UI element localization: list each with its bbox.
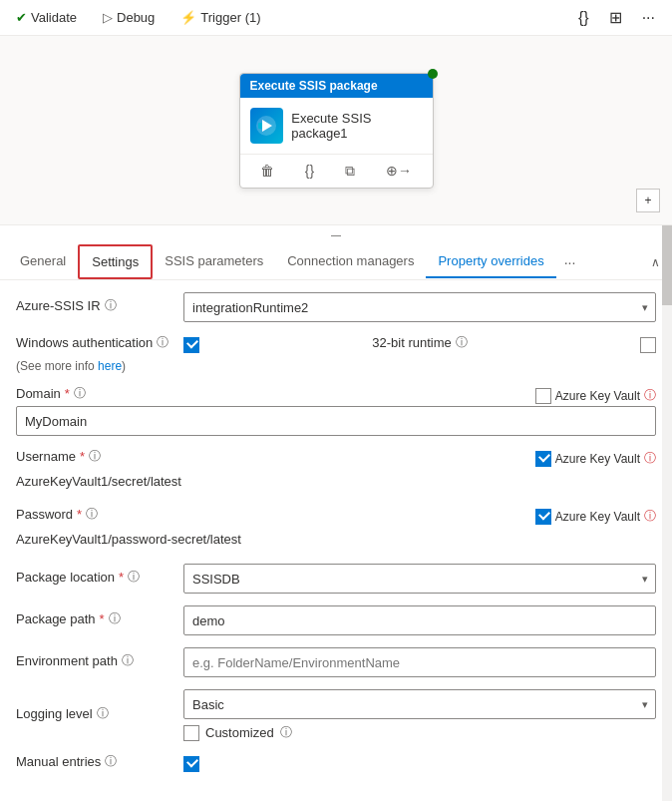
- activity-card-actions: 🗑 {} ⧉ ⊕→: [240, 154, 433, 188]
- customized-info-icon[interactable]: ⓘ: [280, 724, 292, 741]
- password-vault-checkbox[interactable]: [535, 509, 551, 525]
- activity-status-indicator: [428, 69, 438, 79]
- logging-level-controls: Basic None Verbose Performance ▾ Customi…: [183, 689, 656, 741]
- logging-level-select[interactable]: Basic None Verbose Performance: [183, 689, 656, 719]
- username-vault-info-icon[interactable]: ⓘ: [644, 450, 656, 467]
- manual-entries-label: Manual entries ⓘ: [16, 753, 175, 770]
- azure-ssis-ir-row: Azure-SSIS IR ⓘ integrationRuntime2 ▾: [16, 292, 656, 322]
- username-vault-checkbox[interactable]: [535, 451, 551, 467]
- scrollbar-thumb[interactable]: [662, 225, 672, 305]
- monitor-button[interactable]: ⊞: [604, 6, 627, 29]
- validate-button[interactable]: ✔ Validate: [12, 8, 81, 27]
- manual-entries-info-icon[interactable]: ⓘ: [105, 753, 117, 770]
- azure-ssis-ir-info-icon[interactable]: ⓘ: [105, 297, 117, 314]
- logging-level-label: Logging level ⓘ: [16, 705, 175, 722]
- activity-icon: [250, 108, 284, 144]
- password-required: *: [77, 507, 82, 522]
- activity-type-label: Execute SSIS package: [250, 79, 378, 93]
- tab-general-label: General: [20, 253, 66, 268]
- tabs-more-button[interactable]: ···: [556, 250, 584, 274]
- tab-connection-managers[interactable]: Connection managers: [275, 245, 426, 278]
- domain-row: Domain * ⓘ Azure Key Vault ⓘ: [16, 385, 656, 436]
- more-options-button[interactable]: ···: [637, 7, 660, 29]
- tab-ssis-parameters-label: SSIS parameters: [165, 253, 263, 268]
- windows-auth-section: Windows authentication ⓘ 32-bit runtime …: [16, 334, 656, 373]
- password-info-icon[interactable]: ⓘ: [86, 506, 98, 523]
- scrollbar-track: [662, 225, 672, 801]
- runtime-32bit-label: 32-bit runtime ⓘ: [207, 334, 632, 351]
- tab-general[interactable]: General: [8, 245, 78, 278]
- password-value: AzureKeyVault1/password-secret/latest: [16, 527, 656, 552]
- customized-checkbox[interactable]: [183, 725, 199, 741]
- zoom-in-button[interactable]: +: [636, 189, 660, 212]
- username-value: AzureKeyVault1/secret/latest: [16, 469, 656, 494]
- domain-vault-wrap: Azure Key Vault ⓘ: [535, 387, 656, 404]
- package-location-row: Package location * ⓘ SSISDB File System …: [16, 564, 656, 594]
- activity-card[interactable]: Execute SSIS package Execute SSIS packag…: [239, 73, 434, 189]
- azure-ssis-ir-select[interactable]: integrationRuntime2: [183, 292, 656, 322]
- environment-path-info-icon[interactable]: ⓘ: [122, 652, 134, 669]
- validate-icon: ✔: [16, 10, 27, 25]
- package-path-required: *: [100, 611, 105, 626]
- see-more-text: (See more info here): [16, 359, 656, 373]
- package-location-required: *: [119, 570, 124, 585]
- trigger-label: Trigger (1): [200, 10, 260, 25]
- customized-label: Customized: [205, 725, 274, 740]
- tab-connection-managers-label: Connection managers: [287, 253, 414, 268]
- activity-name-label: Execute SSIS package1: [291, 111, 422, 141]
- activity-card-container: Execute SSIS package Execute SSIS packag…: [239, 73, 434, 189]
- logging-level-info-icon[interactable]: ⓘ: [97, 705, 109, 722]
- package-path-label: Package path * ⓘ: [16, 610, 175, 627]
- tab-settings[interactable]: Settings: [78, 244, 153, 279]
- password-vault-info-icon[interactable]: ⓘ: [644, 508, 656, 525]
- package-location-select-wrap: SSISDB File System Embedded Package ▾: [183, 564, 656, 594]
- package-location-info-icon[interactable]: ⓘ: [128, 569, 140, 586]
- username-info-icon[interactable]: ⓘ: [89, 448, 101, 465]
- windows-auth-row: Windows authentication ⓘ 32-bit runtime …: [16, 334, 656, 355]
- tabs-bar: General Settings SSIS parameters Connect…: [0, 244, 672, 280]
- environment-path-label: Environment path ⓘ: [16, 652, 175, 669]
- see-more-link[interactable]: here: [98, 359, 122, 373]
- domain-info-icon[interactable]: ⓘ: [74, 385, 86, 402]
- domain-required: *: [65, 386, 70, 401]
- debug-button[interactable]: ▷ Debug: [99, 8, 159, 27]
- arrow-icon[interactable]: ⊕→: [380, 160, 418, 182]
- domain-vault-checkbox[interactable]: [535, 388, 551, 404]
- package-path-row: Package path * ⓘ: [16, 605, 656, 635]
- windows-auth-info-icon[interactable]: ⓘ: [157, 334, 168, 351]
- azure-ssis-ir-label: Azure-SSIS IR ⓘ: [16, 297, 175, 314]
- params-icon[interactable]: {}: [299, 160, 320, 182]
- manual-entries-checkbox[interactable]: [183, 756, 199, 772]
- environment-path-input[interactable]: [183, 647, 656, 677]
- windows-auth-checkbox[interactable]: [183, 337, 199, 353]
- delete-icon[interactable]: 🗑: [254, 160, 280, 182]
- trigger-icon: ⚡: [180, 10, 196, 25]
- domain-label: Domain * ⓘ: [16, 385, 527, 402]
- customized-row: Customized ⓘ: [183, 724, 656, 741]
- trigger-button[interactable]: ⚡ Trigger (1): [176, 8, 264, 27]
- panel-minimize-bar[interactable]: —: [0, 225, 672, 244]
- package-path-info-icon[interactable]: ⓘ: [109, 610, 121, 627]
- tab-ssis-parameters[interactable]: SSIS parameters: [153, 245, 275, 278]
- domain-vault-info-icon[interactable]: ⓘ: [644, 387, 656, 404]
- minimize-icon: —: [331, 229, 341, 240]
- username-row: Username * ⓘ Azure Key Vault ⓘ AzureKeyV…: [16, 448, 656, 494]
- code-view-button[interactable]: {}: [573, 7, 594, 29]
- logging-level-row: Logging level ⓘ Basic None Verbose Perfo…: [16, 689, 656, 741]
- tab-property-overrides[interactable]: Property overrides: [426, 245, 555, 278]
- validate-label: Validate: [31, 10, 77, 25]
- azure-ssis-ir-select-wrap: integrationRuntime2 ▾: [183, 292, 656, 322]
- debug-label: Debug: [117, 10, 155, 25]
- runtime-info-icon[interactable]: ⓘ: [456, 334, 468, 351]
- canvas-area: Execute SSIS package Execute SSIS packag…: [0, 36, 672, 225]
- password-vault-wrap: Azure Key Vault ⓘ: [535, 508, 656, 525]
- windows-auth-label: Windows authentication ⓘ: [16, 334, 175, 351]
- tab-property-overrides-label: Property overrides: [438, 253, 543, 268]
- copy-icon[interactable]: ⧉: [339, 160, 361, 183]
- package-location-select[interactable]: SSISDB File System Embedded Package: [183, 564, 656, 594]
- package-path-input[interactable]: [183, 605, 656, 635]
- username-required: *: [80, 449, 85, 464]
- activity-card-body: Execute SSIS package1: [240, 98, 433, 154]
- domain-input[interactable]: [16, 406, 656, 436]
- runtime-32bit-checkbox[interactable]: [640, 337, 656, 353]
